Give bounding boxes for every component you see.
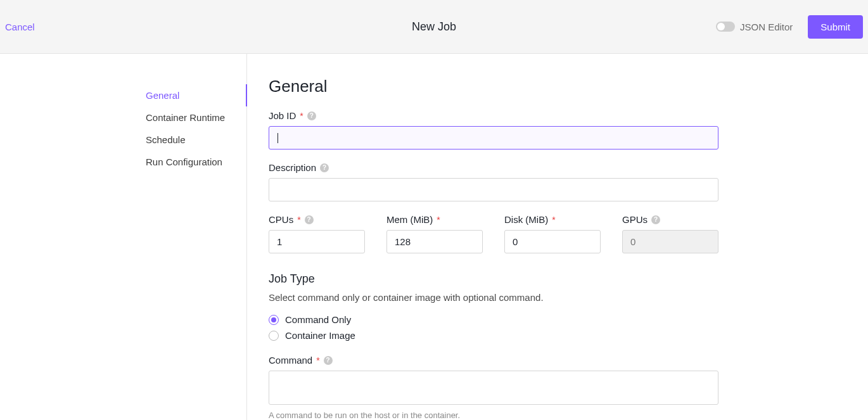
help-icon[interactable]: ? — [320, 163, 329, 172]
header: Cancel New Job JSON Editor Submit — [0, 0, 868, 54]
main-content: General Job ID * ? Description ? CPUs — [247, 54, 868, 420]
job-id-input[interactable] — [269, 126, 718, 150]
required-marker: * — [437, 215, 440, 225]
gpus-input — [622, 230, 718, 253]
description-label: Description — [269, 162, 316, 173]
command-textarea[interactable] — [269, 371, 718, 405]
help-icon[interactable]: ? — [324, 356, 333, 365]
radio-command-only[interactable]: Command Only — [269, 314, 846, 325]
job-type-helper: Select command only or container image w… — [269, 292, 846, 303]
cancel-link[interactable]: Cancel — [5, 22, 35, 32]
disk-input[interactable] — [504, 230, 601, 253]
command-label: Command — [269, 355, 312, 366]
radio-circle-icon — [269, 315, 279, 325]
disk-label: Disk (MiB) — [504, 214, 548, 225]
sidebar-item-general[interactable]: General — [146, 84, 247, 106]
radio-container-image[interactable]: Container Image — [269, 330, 846, 341]
description-input[interactable] — [269, 178, 718, 201]
help-icon[interactable]: ? — [651, 215, 660, 224]
cpus-label: CPUs — [269, 214, 293, 225]
required-marker: * — [316, 355, 319, 366]
sidebar-item-container-runtime[interactable]: Container Runtime — [146, 106, 247, 129]
json-editor-toggle[interactable] — [716, 22, 735, 32]
command-hint: A command to be run on the host or in th… — [269, 410, 718, 420]
radio-label: Command Only — [285, 314, 351, 325]
radio-circle-icon — [269, 331, 279, 341]
required-marker: * — [300, 111, 303, 121]
radio-label: Container Image — [285, 330, 355, 341]
sidebar-item-schedule[interactable]: Schedule — [146, 129, 247, 151]
help-icon[interactable]: ? — [307, 111, 316, 120]
gpus-label: GPUs — [622, 214, 648, 225]
page-title: New Job — [412, 20, 456, 34]
sidebar: General Container Runtime Schedule Run C… — [0, 54, 247, 420]
json-editor-toggle-label: JSON Editor — [740, 22, 793, 32]
sidebar-item-run-configuration[interactable]: Run Configuration — [146, 151, 247, 173]
job-type-title: Job Type — [269, 272, 846, 286]
help-icon[interactable]: ? — [305, 215, 314, 224]
mem-input[interactable] — [386, 230, 483, 253]
section-title: General — [269, 77, 846, 96]
submit-button[interactable]: Submit — [808, 15, 863, 39]
job-id-label: Job ID — [269, 110, 296, 121]
required-marker: * — [297, 215, 300, 225]
mem-label: Mem (MiB) — [386, 214, 433, 225]
required-marker: * — [552, 215, 555, 225]
cpus-input[interactable] — [269, 230, 365, 253]
